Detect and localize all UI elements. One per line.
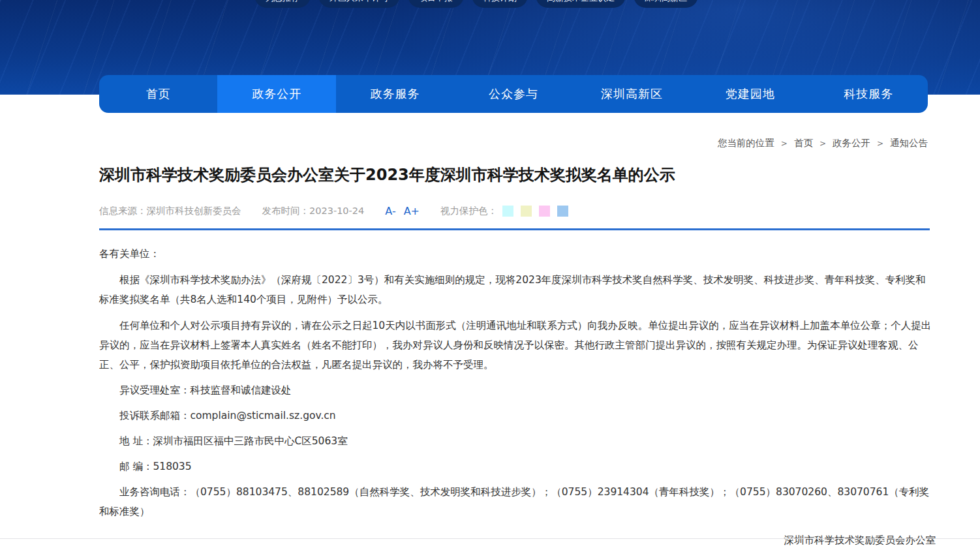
font-larger-button[interactable]: A+ (404, 205, 420, 217)
article-meta: 信息来源： 深圳市科技创新委员会 发布时间： 2023-10-24 A- A+ … (99, 204, 934, 218)
meta-source-label: 信息来源： (99, 205, 147, 217)
meta-source-value: 深圳市科技创新委员会 (147, 205, 241, 217)
nav-item-gov-services[interactable]: 政务服务 (336, 75, 454, 113)
quick-link-foreigner-permit[interactable]: 外国人来华许可 (318, 0, 400, 8)
info-line-phone: 业务咨询电话：（0755）88103475、88102589（自然科学奖、技术发… (99, 482, 936, 521)
eye-protect-controls: 视力保护色： (440, 205, 568, 217)
meta-source: 信息来源： 深圳市科技创新委员会 (99, 205, 241, 217)
font-size-controls: A- A+ (385, 205, 420, 217)
page-title: 深圳市科学技术奖励委员会办公室关于2023年度深圳市科学技术奖拟奖名单的公示 (99, 164, 934, 185)
info-line-objection-office: 异议受理处室：科技监督和诚信建设处 (99, 380, 936, 400)
breadcrumb-separator: > (781, 139, 788, 148)
paragraph: 根据《深圳市科学技术奖励办法》（深府规〔2022〕3号）和有关实施细则的规定，现… (99, 270, 936, 309)
breadcrumb-separator: > (877, 139, 883, 148)
info-line-postcode: 邮 编：518035 (99, 457, 936, 476)
nav-item-gov-disclosure[interactable]: 政务公开 (217, 75, 335, 113)
nav-item-party-building[interactable]: 党建园地 (691, 75, 809, 113)
nav-item-shenzhen-hightech-zone[interactable]: 深圳高新区 (573, 75, 691, 113)
footer-divider (0, 538, 980, 539)
article-body: 各有关单位： 根据《深圳市科学技术奖励办法》（深府规〔2022〕3号）和有关实施… (99, 243, 936, 552)
info-line-complaint-email: 投诉联系邮箱：complain@sticmail.sz.gov.cn (99, 406, 936, 425)
salutation: 各有关单位： (99, 244, 936, 264)
breadcrumb-notices[interactable]: 通知公告 (890, 137, 928, 149)
eye-color-swatch-yellow[interactable] (521, 206, 532, 217)
breadcrumb: 您当前的位置 > 首页 > 政务公开 > 通知公告 (718, 137, 928, 149)
meta-publish-label: 发布时间： (262, 205, 310, 217)
nav-item-tech-services[interactable]: 科技服务 (810, 75, 928, 113)
main-nav: 首页 政务公开 政务服务 公众参与 深圳高新区 党建园地 科技服务 (99, 75, 928, 113)
eye-color-swatch-pink[interactable] (539, 206, 550, 217)
meta-publish-time: 发布时间： 2023-10-24 (262, 205, 365, 217)
breadcrumb-separator: > (819, 139, 826, 148)
quick-link-tech-plan[interactable]: 科技计划 (472, 0, 528, 8)
eye-color-swatch-cyan[interactable] (502, 206, 513, 217)
breadcrumb-prefix: 您当前的位置 (718, 137, 774, 149)
info-line-address: 地 址：深圳市福田区福中三路市民中心C区5063室 (99, 431, 936, 451)
breadcrumb-home[interactable]: 首页 (794, 137, 813, 149)
quick-link-hightech-zone[interactable]: 深圳高新区 (634, 0, 698, 8)
signature: 深圳市科学技术奖励委员会办公室 (99, 530, 936, 550)
quick-link-recommend[interactable]: 为您推荐 (254, 0, 311, 8)
nav-item-home[interactable]: 首页 (99, 75, 217, 113)
font-smaller-button[interactable]: A- (385, 205, 395, 217)
eye-color-swatch-blue[interactable] (557, 206, 568, 217)
eye-protect-label: 视力保护色： (440, 205, 497, 217)
quick-link-bar: 为您推荐 外国人来华许可 项目申报 科技计划 高新技术企业认定 深圳高新区 (254, 0, 698, 8)
title-divider (99, 228, 930, 230)
quick-link-hightech-cert[interactable]: 高新技术企业认定 (536, 0, 626, 8)
meta-publish-value: 2023-10-24 (309, 206, 364, 216)
eye-protect-swatches (502, 206, 568, 217)
nav-item-public-participation[interactable]: 公众参与 (454, 75, 572, 113)
breadcrumb-gov-disclosure[interactable]: 政务公开 (833, 137, 870, 149)
paragraph: 任何单位和个人对公示项目持有异议的，请在公示之日起10天内以书面形式（注明通讯地… (99, 316, 936, 375)
quick-link-project-apply[interactable]: 项目申报 (408, 0, 464, 8)
